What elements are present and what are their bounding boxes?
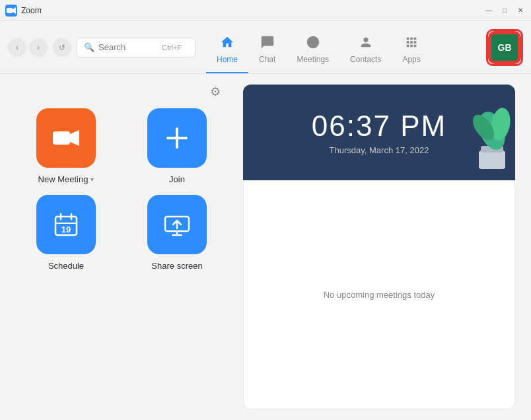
settings-gear-icon[interactable]: ⚙ xyxy=(210,85,221,99)
right-panel: 06:37 PM Thursday, March 17, 2022 No upc… xyxy=(243,85,515,409)
chevron-icon: ▾ xyxy=(90,176,94,183)
tab-home-label: Home xyxy=(217,55,238,64)
no-meetings-message: No upcoming meetings today xyxy=(324,290,435,300)
tab-apps-label: Apps xyxy=(402,55,420,64)
home-icon xyxy=(220,35,234,53)
maximize-button[interactable]: □ xyxy=(499,5,510,16)
svg-rect-15 xyxy=(479,151,505,169)
tab-meetings-label: Meetings xyxy=(297,55,329,64)
forward-button[interactable]: › xyxy=(29,38,48,57)
join-action[interactable]: Join xyxy=(127,108,227,184)
schedule-label: Schedule xyxy=(48,261,84,271)
tab-meetings[interactable]: Meetings xyxy=(286,27,339,73)
tab-chat[interactable]: Chat xyxy=(248,27,286,73)
history-button[interactable]: ↺ xyxy=(53,38,71,57)
svg-rect-2 xyxy=(53,131,70,145)
chat-icon xyxy=(260,35,275,53)
clock-date: Thursday, March 17, 2022 xyxy=(330,145,429,155)
search-input[interactable] xyxy=(98,42,158,52)
schedule-button[interactable]: 19 xyxy=(36,195,96,254)
close-button[interactable]: ✕ xyxy=(515,5,526,16)
new-meeting-label: New Meeting ▾ xyxy=(38,174,94,184)
main-content: ⚙ New Meeting ▾ xyxy=(0,74,531,420)
share-screen-label: Share screen xyxy=(151,261,202,271)
app-title: Zoom xyxy=(21,6,42,15)
schedule-action[interactable]: 19 Schedule xyxy=(16,195,116,271)
new-meeting-action[interactable]: New Meeting ▾ xyxy=(16,108,116,184)
back-button[interactable]: ‹ xyxy=(8,38,26,57)
clock-widget: 06:37 PM Thursday, March 17, 2022 xyxy=(243,85,515,180)
join-button[interactable] xyxy=(147,108,207,168)
tab-chat-label: Chat xyxy=(259,55,275,64)
svg-text:19: 19 xyxy=(61,225,71,234)
title-bar-left: Zoom xyxy=(5,5,42,17)
minimize-button[interactable]: — xyxy=(483,5,494,16)
share-screen-action[interactable]: Share screen xyxy=(127,195,227,271)
tab-contacts-label: Contacts xyxy=(350,55,381,64)
action-grid: New Meeting ▾ Join xyxy=(16,108,227,271)
svg-rect-0 xyxy=(7,8,13,13)
meetings-icon xyxy=(306,35,320,53)
join-label: Join xyxy=(169,174,185,184)
contacts-icon xyxy=(359,35,373,53)
tab-apps[interactable]: Apps xyxy=(392,27,431,73)
zoom-logo xyxy=(5,5,17,17)
search-bar[interactable]: 🔍 Ctrl+F xyxy=(77,38,195,57)
title-bar: Zoom — □ ✕ xyxy=(0,0,531,21)
avatar-area: GB xyxy=(486,29,523,66)
tab-contacts[interactable]: Contacts xyxy=(339,27,392,73)
svg-marker-1 xyxy=(13,7,16,14)
nav-tabs: Home Chat Meetings Cont xyxy=(206,21,431,73)
avatar-highlight: GB xyxy=(486,29,523,66)
apps-icon xyxy=(404,35,419,53)
meetings-panel: No upcoming meetings today xyxy=(243,180,515,409)
avatar-button[interactable]: GB xyxy=(489,32,520,63)
new-meeting-button[interactable] xyxy=(36,108,96,168)
nav-arrows: ‹ › xyxy=(8,38,48,57)
search-shortcut: Ctrl+F xyxy=(162,44,182,52)
svg-marker-3 xyxy=(70,130,79,146)
clock-time: 06:37 PM xyxy=(312,110,446,143)
share-screen-button[interactable] xyxy=(147,195,207,254)
tab-home[interactable]: Home xyxy=(206,27,248,73)
window-controls: — □ ✕ xyxy=(483,5,526,16)
left-panel: ⚙ New Meeting ▾ xyxy=(16,85,227,409)
search-icon: 🔍 xyxy=(84,42,94,52)
nav-bar: ‹ › ↺ 🔍 Ctrl+F Home Chat xyxy=(0,21,531,74)
